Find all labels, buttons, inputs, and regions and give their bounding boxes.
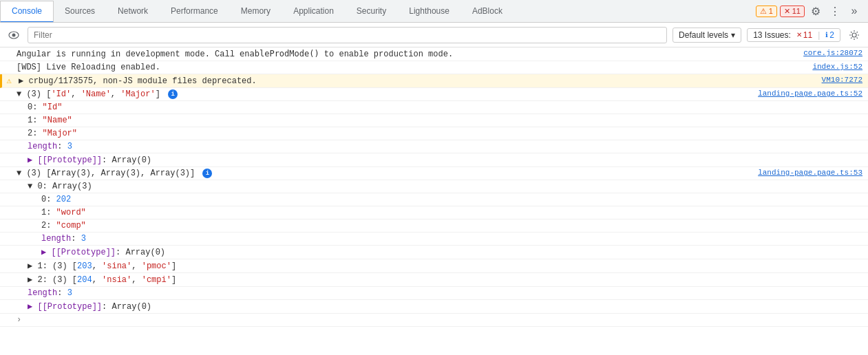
array1-proto-line: ▶ [[Prototype]]: Array(0) [0,153,868,167]
eye-button[interactable] [6,27,22,43]
tab-actions: ⚠ 1 ✕ 11 ⚙ ⋮ » [750,3,868,19]
array1-length-line: length: 3 [0,140,868,153]
array2-sub0-proto-toggle[interactable]: ▶ [41,248,46,257]
console-output: Angular is running in development mode. … [0,47,868,355]
prompt-line: › [0,314,868,327]
array2-sub0-toggle[interactable]: ▼ [28,182,32,191]
levels-dropdown[interactable]: Default levels ▾ [673,28,741,43]
array2-sub0-item2-line: 2: "comp" [0,219,868,233]
array2-sub0-header-line: ▼ 0: Array(3) [0,180,868,193]
array1-header-line: ▼ (3) ['Id', 'Name', 'Major'] i landing-… [0,88,868,101]
array1-source[interactable]: landing-page.page.ts:52 [752,89,868,98]
array2-header-line: ▼ (3) [Array(3), Array(3), Array(3)] i l… [0,167,868,180]
line-content-warn: ▶ crbug/1173575, non-JS module files dep… [16,75,816,87]
array2-sub2-toggle[interactable]: ▶ [28,275,32,285]
console-line-warning: ⚠ ▶ crbug/1173575, non-JS module files d… [0,74,868,88]
tab-security[interactable]: Security [346,0,398,22]
prompt-chevron-icon: › [17,315,21,325]
tab-lighthouse[interactable]: Lighthouse [398,0,461,22]
array2-sub2-line: ▶ 2: (3) [204, 'nsia', 'cmpi'] [0,273,868,287]
tab-console[interactable]: Console [0,1,54,23]
array2-sub1-toggle[interactable]: ▶ [28,261,32,271]
line-source-warn[interactable]: VM10:7272 [816,75,868,85]
line-source-1[interactable]: core.js:28072 [798,48,868,58]
array1-item2-line: 2: "Major" [0,127,868,140]
filter-input[interactable] [28,27,667,43]
array2-sub0-proto-line: ▶ [[Prototype]]: Array(0) [0,246,868,259]
array1-info-badge[interactable]: i [168,89,178,99]
prompt-content: › [14,314,868,325]
warning-count-badge[interactable]: ⚠ 1 [756,6,777,17]
array2-sub1-line: ▶ 1: (3) [203, 'sina', 'pmoc'] [0,259,868,273]
settings-button[interactable]: ⚙ [807,3,824,19]
array2-proto-line: ▶ [[Prototype]]: Array(0) [0,300,868,314]
issues-badge[interactable]: 13 Issues: ✕ 11 | ℹ 2 [747,28,840,42]
array2-source[interactable]: landing-page.page.ts:53 [752,168,868,178]
console-line-2: [WDS] Live Reloading enabled. index.js:5… [0,61,868,74]
array1-proto-toggle[interactable]: ▶ [28,155,32,165]
issues-warning-count: ℹ 2 [825,30,834,40]
svg-point-2 [852,33,856,37]
chevron-down-icon: ▾ [731,30,735,40]
svg-point-1 [12,33,16,36]
array2-info-badge[interactable]: i [202,169,212,178]
tab-adblock[interactable]: AdBlock [461,0,514,22]
console-settings-button[interactable] [846,27,862,43]
tab-memory[interactable]: Memory [230,0,282,22]
tab-bar: Console Sources Network Performance Memo… [0,0,868,23]
warning-triangle-icon: ⚠ [6,76,11,86]
array1-item0-line: 0: "Id" [0,101,868,114]
array2-sub0-item0-line: 0: 202 [0,193,868,206]
array1-expand-toggle[interactable]: ▼ [17,89,21,99]
array2-expand-toggle[interactable]: ▼ [17,169,21,178]
array1-gutter [0,89,14,89]
error-icon: ✕ [784,7,790,16]
error-count-badge[interactable]: ✕ 11 [780,6,805,17]
filter-bar: Default levels ▾ 13 Issues: ✕ 11 | ℹ 2 [0,23,868,47]
array2-sub0-item1-line: 1: "word" [0,206,868,219]
array1-header-content: ▼ (3) ['Id', 'Name', 'Major'] i [14,89,752,100]
expand-button[interactable]: » [846,3,862,19]
issues-info-icon: ℹ [825,31,828,39]
issues-error-count: ✕ 11 [796,30,812,40]
line-gutter-warn: ⚠ [2,75,16,86]
array2-header-content: ▼ (3) [Array(3), Array(3), Array(3)] i [14,168,752,179]
line-source-2[interactable]: index.js:52 [807,62,868,72]
more-menu-button[interactable]: ⋮ [827,3,843,19]
warning-expand-toggle[interactable]: ▶ [19,76,23,86]
array2-length-line: length: 3 [0,287,868,300]
tab-sources[interactable]: Sources [54,0,107,22]
line-content-2: [WDS] Live Reloading enabled. [14,62,807,73]
array2-sub0-length-line: length: 3 [0,233,868,246]
line-gutter-2 [0,62,14,63]
tab-application[interactable]: Application [282,0,346,22]
array2-proto-toggle[interactable]: ▶ [28,302,32,312]
array2-gutter [0,168,14,169]
array1-item1-line: 1: "Name" [0,114,868,127]
console-line-1: Angular is running in development mode. … [0,47,868,61]
tab-performance[interactable]: Performance [160,0,230,22]
line-content-1: Angular is running in development mode. … [14,48,798,60]
tab-network[interactable]: Network [107,0,160,22]
line-gutter-1 [0,48,14,49]
warning-icon: ⚠ [760,7,767,16]
issues-error-icon: ✕ [796,31,802,39]
